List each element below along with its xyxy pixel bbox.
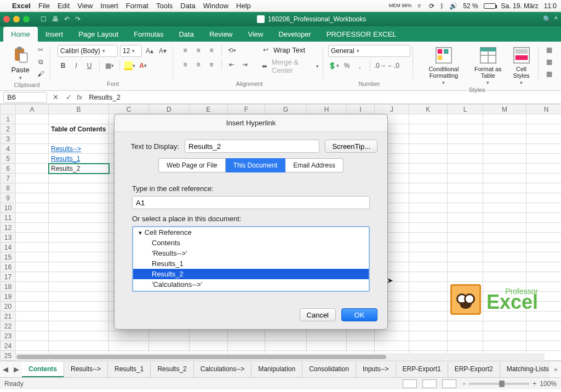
sheet-tab[interactable]: Matching-Lists <box>500 362 550 377</box>
paste-button[interactable]: Paste ▾ <box>8 45 33 82</box>
cell[interactable] <box>526 164 561 174</box>
cell-reference-input[interactable] <box>132 196 370 209</box>
row-header[interactable]: 20 <box>1 302 16 312</box>
number-format-dropdown[interactable]: General▾ <box>328 45 410 57</box>
cell[interactable] <box>109 341 149 351</box>
cell[interactable] <box>16 193 49 203</box>
cell[interactable] <box>409 174 448 183</box>
tab-web-page[interactable]: Web Page or File <box>158 158 226 172</box>
cell[interactable] <box>306 341 346 351</box>
tree-item[interactable]: 'Results-->' <box>133 248 369 258</box>
cell[interactable] <box>265 331 306 341</box>
row-header[interactable]: 2 <box>1 124 16 134</box>
col-header[interactable]: G <box>265 105 306 114</box>
qat-save-icon[interactable]: ☐ <box>41 15 47 23</box>
cell[interactable] <box>409 272 448 282</box>
cell[interactable] <box>483 124 526 134</box>
cell[interactable] <box>483 134 526 144</box>
cell[interactable] <box>347 331 375 341</box>
normal-view-button[interactable] <box>403 379 417 388</box>
cell[interactable] <box>49 262 109 272</box>
cell[interactable] <box>49 341 109 351</box>
underline-button[interactable]: U <box>84 61 95 71</box>
tree-item[interactable]: Contents <box>133 238 369 248</box>
cell[interactable] <box>16 252 49 262</box>
cell[interactable]: Table of Contents <box>49 124 109 134</box>
cell[interactable] <box>526 223 561 233</box>
cell[interactable] <box>448 203 483 213</box>
tab-home[interactable]: Home <box>3 27 38 42</box>
cell[interactable] <box>448 213 483 223</box>
percent-button[interactable]: % <box>341 61 352 71</box>
select-all-cell[interactable] <box>1 105 16 114</box>
fill-color-button[interactable]: ▾ <box>124 61 135 71</box>
col-header[interactable]: N <box>526 105 561 114</box>
align-bottom-button[interactable]: ≡ <box>206 45 217 55</box>
cell[interactable] <box>49 213 109 223</box>
row-header[interactable]: 22 <box>1 321 16 331</box>
cell[interactable] <box>448 243 483 252</box>
cell[interactable] <box>409 124 448 134</box>
cell[interactable] <box>16 134 49 144</box>
col-header[interactable]: F <box>228 105 265 114</box>
text-to-display-input[interactable] <box>185 140 319 153</box>
qat-undo-icon[interactable]: ↶ <box>64 15 70 23</box>
cell[interactable] <box>409 252 448 262</box>
horizontal-scrollbar[interactable] <box>16 353 545 361</box>
font-size-dropdown[interactable]: 12▾ <box>120 45 142 57</box>
cell[interactable] <box>16 243 49 252</box>
insert-cells-button[interactable]: ▦ <box>544 45 555 55</box>
wrap-text-button[interactable]: ↩Wrap Text <box>260 45 319 55</box>
cell[interactable] <box>49 292 109 302</box>
increase-font-button[interactable]: A▴ <box>144 46 155 56</box>
cell[interactable] <box>49 183 109 193</box>
fx-icon[interactable]: fx <box>77 93 82 101</box>
sheet-nav-prev[interactable]: ◀ <box>0 365 11 373</box>
cell[interactable] <box>16 302 49 312</box>
cell[interactable] <box>149 341 189 351</box>
cell[interactable]: Results--> <box>49 144 109 154</box>
cell[interactable] <box>526 243 561 252</box>
cell[interactable] <box>49 282 109 292</box>
cell[interactable] <box>16 272 49 282</box>
cell[interactable] <box>49 331 109 341</box>
cell[interactable] <box>526 114 561 124</box>
row-header[interactable]: 7 <box>1 174 16 183</box>
cell[interactable] <box>49 243 109 252</box>
cell[interactable] <box>483 252 526 262</box>
screentip-button[interactable]: ScreenTip... <box>325 140 377 153</box>
cell[interactable] <box>49 321 109 331</box>
formula-input[interactable]: Results_2 <box>85 93 558 101</box>
col-header[interactable]: L <box>448 105 483 114</box>
col-header[interactable]: M <box>483 105 526 114</box>
cell[interactable] <box>409 341 448 351</box>
cell[interactable] <box>409 282 448 292</box>
sheet-tab[interactable]: Results--> <box>64 362 108 377</box>
row-header[interactable]: 25 <box>1 351 16 361</box>
row-header[interactable]: 13 <box>1 233 16 243</box>
cell[interactable] <box>189 341 228 351</box>
row-header[interactable]: 18 <box>1 282 16 292</box>
sheet-tab[interactable]: ERP-Export1 <box>396 362 448 377</box>
cell[interactable] <box>16 183 49 193</box>
cell[interactable] <box>483 154 526 164</box>
row-header[interactable]: 9 <box>1 193 16 203</box>
col-header[interactable]: E <box>189 105 228 114</box>
cell[interactable] <box>375 341 409 351</box>
cell[interactable] <box>483 223 526 233</box>
qat-redo-icon[interactable]: ↷ <box>75 15 81 23</box>
tree-item[interactable]: 'Calculations-->' <box>133 279 369 290</box>
font-name-dropdown[interactable]: Calibri (Body)▾ <box>58 45 118 57</box>
cell[interactable] <box>409 331 448 341</box>
cell[interactable] <box>526 174 561 183</box>
add-sheet-button[interactable]: ＋ <box>550 365 561 374</box>
cell[interactable]: Results_1 <box>49 154 109 164</box>
cell[interactable] <box>49 174 109 183</box>
cell[interactable] <box>228 341 265 351</box>
tab-data[interactable]: Data <box>171 27 201 42</box>
sheet-nav-next[interactable]: ▶ <box>11 365 22 373</box>
cell[interactable] <box>409 164 448 174</box>
border-button[interactable]: ▦▾ <box>104 61 115 71</box>
cell[interactable] <box>483 233 526 243</box>
align-top-button[interactable]: ≡ <box>180 45 191 55</box>
